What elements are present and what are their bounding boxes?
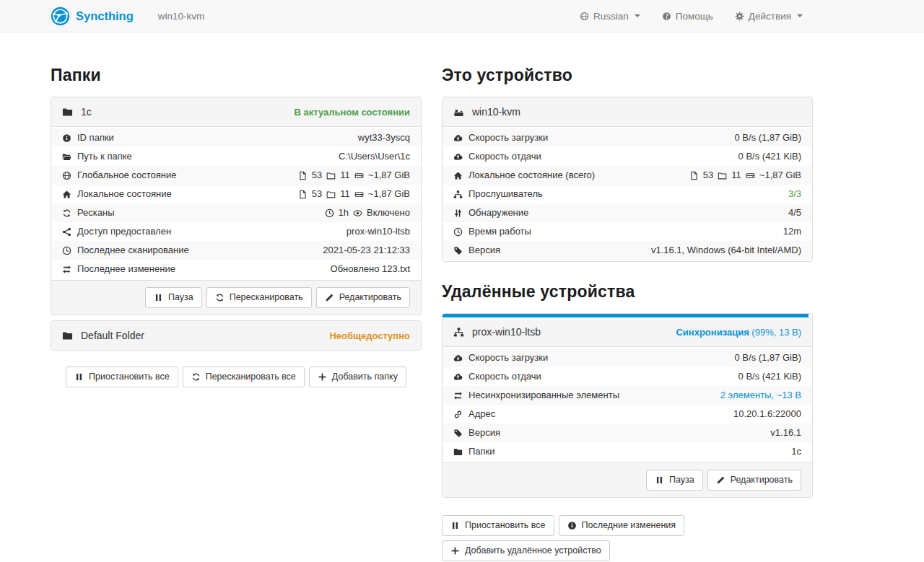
folder-panel-1c: 1cВ актуальном состоянииID папкиwyt33-3y… bbox=[51, 97, 422, 315]
caret-down-icon bbox=[635, 14, 640, 17]
row-value: 5311~1,87 GiB bbox=[689, 170, 801, 181]
plus-icon bbox=[450, 546, 460, 556]
row-label: Последнее сканирование bbox=[62, 245, 189, 256]
row-label: Прослушиватель bbox=[453, 188, 543, 200]
this-device-panel-header[interactable]: win10-kvm bbox=[443, 97, 812, 127]
detail-row: Скорость загрузки0 B/s (1,87 GiB) bbox=[443, 128, 812, 147]
hdd-icon bbox=[354, 171, 364, 180]
cloud-up-icon bbox=[453, 372, 463, 382]
caret-down-icon bbox=[797, 14, 803, 17]
remote-device-panel-header[interactable]: prox-win10-ltsbСинхронизация (99%, 13 B) bbox=[443, 317, 812, 347]
row-label: Ресканы bbox=[62, 207, 115, 219]
main-content: Папки 1cВ актуальном состоянииID папкиwy… bbox=[51, 32, 813, 561]
actions-menu[interactable]: Действия bbox=[735, 11, 803, 22]
remote-device-panel: prox-win10-ltsbСинхронизация (99%, 13 B)… bbox=[442, 313, 813, 498]
row-label: Папки bbox=[453, 446, 495, 457]
pause-icon bbox=[154, 293, 163, 302]
this-device-panel-wrap: win10-kvmСкорость загрузки0 B/s (1,87 Gi… bbox=[442, 97, 813, 262]
cloud-up-icon bbox=[453, 152, 463, 162]
row-label: Обнаружение bbox=[453, 207, 528, 219]
edit-folder-button[interactable]: Редактировать bbox=[316, 287, 410, 308]
pause-all-devices-button[interactable]: Приостановить все bbox=[442, 515, 554, 536]
button-label: Пауза bbox=[669, 475, 694, 486]
recent-changes-button[interactable]: Последние изменения bbox=[559, 515, 685, 536]
row-value: 0 B/s (1,87 GiB) bbox=[735, 132, 801, 144]
row-value: v1.16.1, Windows (64-bit Intel/AMD) bbox=[651, 245, 801, 256]
refresh-icon bbox=[215, 293, 225, 302]
detail-row: Время работы12m bbox=[443, 222, 812, 241]
folder-panel-default: Default FolderНеобщедоступно bbox=[51, 320, 422, 351]
detail-row: Ресканы1hВключено bbox=[51, 203, 421, 222]
language-menu[interactable]: Russian bbox=[580, 11, 640, 22]
syncthing-brand[interactable]: Syncthing bbox=[51, 6, 134, 26]
file-icon bbox=[298, 171, 308, 180]
folder-open-icon bbox=[62, 152, 71, 162]
help-menu[interactable]: Помощь bbox=[662, 11, 713, 22]
status-badge: Необщедоступно bbox=[329, 330, 410, 341]
row-value: 0 B/s (421 KiB) bbox=[738, 151, 801, 162]
add-folder-button[interactable]: Добавить папку bbox=[309, 366, 406, 387]
folders-actions: Приостановить всеПересканировать всеДоба… bbox=[51, 366, 422, 387]
hdd-icon bbox=[746, 171, 755, 180]
row-value: 0 B/s (421 KiB) bbox=[738, 371, 801, 382]
row-value: Обновлено 123.txt bbox=[331, 263, 410, 275]
exchange-icon bbox=[62, 265, 71, 274]
row-value[interactable]: 2 элементы, ~13 B bbox=[720, 390, 801, 401]
row-label: Путь к папке bbox=[62, 151, 132, 162]
folder-o-icon bbox=[326, 190, 336, 199]
detail-row: Скорость отдачи0 B/s (421 KiB) bbox=[443, 147, 812, 166]
panel-body: Скорость загрузки0 B/s (1,87 GiB)Скорост… bbox=[443, 347, 812, 462]
detail-row: Обнаружение4/5 bbox=[443, 203, 812, 222]
clock-icon bbox=[62, 246, 71, 255]
remote-devices-section-title: Удалённые устройства bbox=[442, 282, 813, 302]
rescan-folder-button[interactable]: Пересканировать bbox=[206, 287, 312, 308]
panel-body: ID папкиwyt33-3yscqПуть к папкеC:\Users\… bbox=[51, 127, 421, 280]
row-value: v1.16.1 bbox=[770, 427, 801, 439]
row-value: 12m bbox=[783, 226, 801, 237]
pause-icon bbox=[450, 521, 460, 530]
row-value: 3/3 bbox=[788, 188, 801, 200]
info-circle-icon bbox=[567, 521, 577, 530]
brand-title: Syncthing bbox=[76, 9, 134, 23]
button-label: Пересканировать bbox=[230, 292, 303, 303]
edit-device-button[interactable]: Редактировать bbox=[707, 470, 801, 491]
row-label: Глобальное состояние bbox=[62, 170, 176, 181]
sliders-icon bbox=[453, 208, 463, 218]
detail-row: Доступ предоставленprox-win10-ltsb bbox=[51, 222, 421, 241]
folder-icon bbox=[62, 107, 73, 118]
folders-column: Папки 1cВ актуальном состоянииID папкиwy… bbox=[51, 45, 422, 387]
detail-row: Локальное состояние5311~1,87 GiB bbox=[51, 185, 421, 203]
detail-row: Адрес10.20.1.6:22000 bbox=[443, 405, 812, 423]
folder-panel-1c-header[interactable]: 1cВ актуальном состоянии bbox=[51, 97, 421, 127]
sitemap-icon bbox=[453, 190, 463, 199]
panel-title: Default Folder bbox=[81, 330, 144, 341]
detail-row: Прослушиватель3/3 bbox=[443, 185, 812, 203]
remote-devices-panel-list: prox-win10-ltsbСинхронизация (99%, 13 B)… bbox=[442, 313, 813, 498]
button-label: Редактировать bbox=[339, 292, 401, 303]
rescan-all-folders-button[interactable]: Пересканировать все bbox=[183, 366, 305, 387]
folder-o-icon bbox=[718, 171, 727, 180]
device-icon bbox=[453, 107, 464, 118]
this-device-panel: win10-kvmСкорость загрузки0 B/s (1,87 Gi… bbox=[442, 97, 813, 262]
share-icon bbox=[62, 227, 71, 237]
row-label: Адрес bbox=[453, 408, 495, 420]
detail-row: Последнее изменениеОбновлено 123.txt bbox=[51, 260, 421, 278]
add-remote-device-button[interactable]: Добавить удалённое устройство bbox=[442, 540, 610, 561]
pause-device-button[interactable]: Пауза bbox=[646, 470, 703, 491]
row-value: 5311~1,87 GiB bbox=[298, 170, 410, 181]
panel-body: Скорость загрузки0 B/s (1,87 GiB)Скорост… bbox=[443, 127, 812, 261]
folder-panel-default-header[interactable]: Default FolderНеобщедоступно bbox=[51, 321, 421, 350]
pause-all-folders-button[interactable]: Приостановить все bbox=[66, 366, 178, 387]
plus-icon bbox=[318, 372, 327, 382]
clock-icon bbox=[325, 208, 334, 218]
navbar-device-name: win10-kvm bbox=[158, 11, 205, 22]
detail-row: ID папкиwyt33-3yscq bbox=[51, 128, 421, 147]
row-label: Версия bbox=[453, 427, 500, 439]
row-label: Локальное состояние (всего) bbox=[453, 170, 595, 181]
button-label: Добавить папку bbox=[332, 372, 398, 382]
panel-footer: ПаузаРедактировать bbox=[443, 462, 812, 497]
row-label: Версия bbox=[453, 245, 500, 256]
actions-label: Действия bbox=[749, 11, 791, 22]
pause-folder-button[interactable]: Пауза bbox=[145, 287, 202, 308]
row-label: Доступ предоставлен bbox=[62, 226, 171, 237]
